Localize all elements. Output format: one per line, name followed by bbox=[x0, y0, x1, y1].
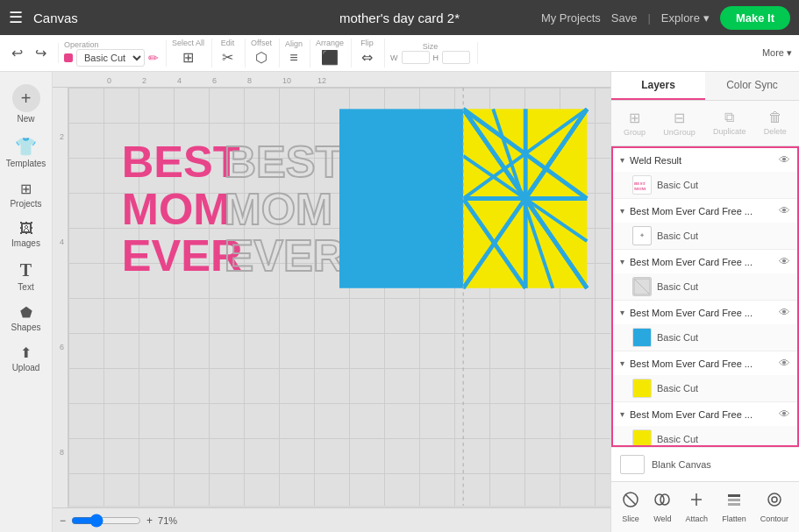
edit-button[interactable]: ✂ bbox=[218, 47, 238, 67]
layer-3-child-item[interactable]: Basic Cut bbox=[613, 324, 797, 351]
sidebar-item-images[interactable]: 🖼 Images bbox=[3, 216, 50, 253]
canvas-area[interactable]: 0 2 4 6 8 10 12 2 4 6 8 BEST MOM bbox=[53, 72, 610, 532]
duplicate-button[interactable]: ⧉ Duplicate bbox=[708, 106, 752, 140]
layer-4-child-item[interactable]: Basic Cut bbox=[613, 375, 797, 401]
layer-header-4[interactable]: ▾ Best Mom Ever Card Free ... 👁 bbox=[613, 351, 797, 375]
layer-group-5: ▾ Best Mom Ever Card Free ... 👁 Basic Cu… bbox=[613, 402, 797, 447]
layer-3-title: Best Mom Ever Card Free ... bbox=[630, 308, 775, 318]
offset-group: Offset ⬡ bbox=[251, 39, 280, 67]
zoom-slider[interactable] bbox=[71, 514, 141, 528]
sidebar-item-text[interactable]: T Text bbox=[3, 255, 50, 297]
offset-button[interactable]: ⬡ bbox=[251, 47, 272, 67]
main-layout: + New 👕 Templates ⊞ Projects 🖼 Images T … bbox=[0, 72, 799, 532]
ungroup-button[interactable]: ⊟ UnGroup bbox=[658, 106, 701, 140]
weld-label: Weld bbox=[653, 514, 671, 523]
save-button[interactable]: Save bbox=[611, 11, 638, 25]
layer-1-child-label: Basic Cut bbox=[657, 231, 698, 241]
zoom-out-button[interactable]: − bbox=[60, 514, 66, 527]
zoom-in-button[interactable]: + bbox=[146, 514, 153, 527]
sidebar-item-upload[interactable]: ⬆ Upload bbox=[3, 339, 50, 378]
mom-pink-text: MOM bbox=[122, 184, 231, 234]
weld-button[interactable]: Weld bbox=[648, 487, 676, 527]
slice-button[interactable]: Slice bbox=[617, 487, 645, 527]
toolbar: ↩ ↪ Operation Basic Cut ✏ Select All ⊞ E… bbox=[0, 35, 799, 72]
layer-header-3[interactable]: ▾ Best Mom Ever Card Free ... 👁 bbox=[613, 301, 797, 324]
layer-3-eye-icon[interactable]: 👁 bbox=[779, 306, 790, 319]
canvas-content[interactable]: BEST MOM EVER BEST MOM EVER bbox=[68, 88, 610, 506]
layer-1-eye-icon[interactable]: 👁 bbox=[779, 204, 790, 217]
layer-2-child-label: Basic Cut bbox=[657, 281, 698, 292]
flip-label: Flip bbox=[360, 39, 374, 47]
projects-icon: ⊞ bbox=[20, 181, 32, 197]
layer-5-child-item[interactable]: Basic Cut bbox=[613, 426, 797, 447]
flatten-button[interactable]: Flatten bbox=[717, 487, 752, 527]
layer-2-child-item[interactable]: Basic Cut bbox=[613, 273, 797, 300]
size-group: Size W H bbox=[390, 42, 478, 64]
contour-label: Contour bbox=[760, 514, 788, 523]
undo-button[interactable]: ↩ bbox=[7, 43, 27, 63]
layer-1-title: Best Mom Ever Card Free ... bbox=[630, 206, 775, 216]
layer-5-eye-icon[interactable]: 👁 bbox=[779, 408, 790, 421]
sidebar-item-new[interactable]: + New bbox=[3, 79, 50, 129]
divider: | bbox=[647, 11, 650, 25]
canvas-svg: BEST MOM EVER BEST MOM EVER bbox=[68, 88, 610, 506]
redo-button[interactable]: ↪ bbox=[31, 43, 51, 63]
make-it-button[interactable]: Make It bbox=[720, 6, 790, 30]
ungroup-icon: ⊟ bbox=[674, 110, 685, 126]
arrange-button[interactable]: ⬛ bbox=[317, 47, 343, 67]
align-button[interactable]: ≡ bbox=[285, 48, 302, 67]
layer-header-2[interactable]: ▾ Best Mom Ever Card Free ... 👁 bbox=[613, 250, 797, 273]
tab-color-sync[interactable]: Color Sync bbox=[705, 72, 799, 100]
weld-child-item[interactable]: BEST MOM Basic Cut bbox=[613, 172, 797, 198]
group-button[interactable]: ⊞ Group bbox=[618, 106, 651, 140]
sidebar-label-images: Images bbox=[11, 238, 40, 248]
attach-label: Attach bbox=[686, 514, 709, 523]
ruler-left: 2 4 6 8 bbox=[53, 88, 68, 532]
select-all-button[interactable]: ⊞ bbox=[178, 47, 198, 67]
operation-group: Operation Basic Cut ✏ bbox=[64, 40, 167, 67]
layer-2-chevron-icon: ▾ bbox=[620, 257, 624, 266]
edit-pencil-icon[interactable]: ✏ bbox=[148, 51, 159, 65]
flip-button[interactable]: ⇔ bbox=[357, 47, 377, 67]
layer-3-thumb bbox=[632, 328, 652, 347]
panel-actions: ⊞ Group ⊟ UnGroup ⧉ Duplicate 🗑 Delete bbox=[611, 101, 799, 146]
navbar-right: My Projects Save | Explore ▾ Make It bbox=[541, 6, 790, 30]
sidebar-item-projects[interactable]: ⊞ Projects bbox=[3, 175, 50, 214]
ruler-top: 0 2 4 6 8 10 12 bbox=[53, 72, 610, 88]
weld-eye-icon[interactable]: 👁 bbox=[779, 153, 790, 167]
new-icon: + bbox=[12, 84, 40, 112]
contour-button[interactable]: Contour bbox=[755, 487, 794, 527]
delete-button[interactable]: 🗑 Delete bbox=[759, 106, 792, 140]
layer-4-eye-icon[interactable]: 👁 bbox=[779, 357, 790, 370]
width-input[interactable] bbox=[402, 51, 430, 64]
menu-icon[interactable]: ☰ bbox=[9, 8, 23, 27]
sidebar-item-templates[interactable]: 👕 Templates bbox=[3, 131, 50, 174]
upload-icon: ⬆ bbox=[20, 344, 32, 361]
attach-button[interactable]: Attach bbox=[681, 487, 714, 527]
sidebar-item-shapes[interactable]: ⬟ Shapes bbox=[3, 299, 50, 337]
explore-link[interactable]: Explore ▾ bbox=[661, 11, 710, 25]
layer-4-thumb bbox=[632, 379, 652, 398]
attach-icon bbox=[688, 491, 705, 513]
layers-list: ▾ Weld Result 👁 BEST MOM Basic Cut bbox=[611, 146, 799, 447]
offset-label: Offset bbox=[251, 39, 272, 47]
blank-canvas-row: Blank Canvas bbox=[611, 447, 799, 481]
layer-header-5[interactable]: ▾ Best Mom Ever Card Free ... 👁 bbox=[613, 402, 797, 426]
size-label: Size bbox=[423, 42, 439, 51]
tab-layers[interactable]: Layers bbox=[611, 72, 705, 100]
height-input[interactable] bbox=[442, 51, 470, 64]
svg-rect-10 bbox=[728, 503, 740, 506]
sidebar-label-templates: Templates bbox=[6, 159, 46, 168]
my-projects-link[interactable]: My Projects bbox=[541, 11, 601, 25]
layer-4-child-label: Basic Cut bbox=[657, 383, 698, 394]
project-title[interactable]: mother's day card 2* bbox=[339, 11, 460, 25]
layer-1-child-item[interactable]: ✦ Basic Cut bbox=[613, 223, 797, 249]
panel-tabs: Layers Color Sync bbox=[611, 72, 799, 101]
more-button[interactable]: More ▾ bbox=[762, 47, 792, 59]
layer-header-weld[interactable]: ▾ Weld Result 👁 bbox=[613, 148, 797, 172]
operation-select[interactable]: Basic Cut bbox=[76, 49, 145, 67]
svg-rect-8 bbox=[728, 494, 740, 497]
layer-2-eye-icon[interactable]: 👁 bbox=[779, 255, 790, 268]
left-sidebar: + New 👕 Templates ⊞ Projects 🖼 Images T … bbox=[0, 72, 53, 532]
layer-header-1[interactable]: ▾ Best Mom Ever Card Free ... 👁 bbox=[613, 199, 797, 223]
